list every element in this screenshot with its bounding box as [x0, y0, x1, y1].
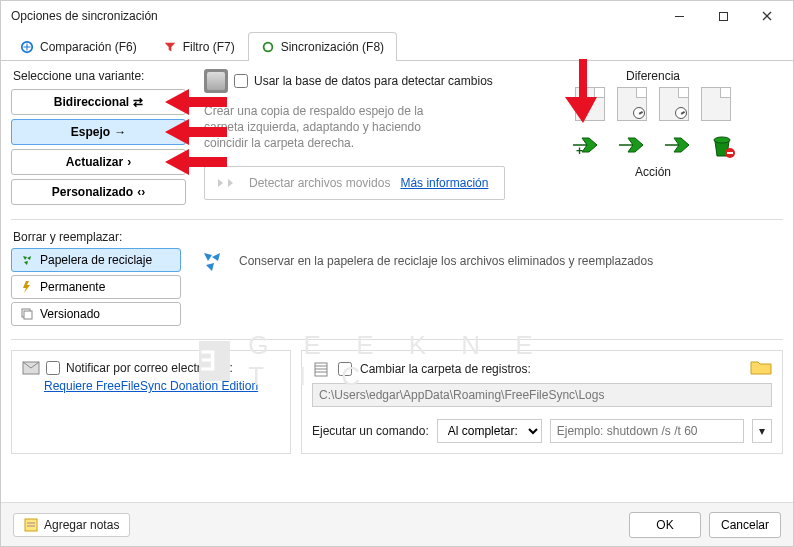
cancel-button[interactable]: Cancelar	[709, 512, 781, 538]
recycle-description: Conservar en la papelera de reciclaje lo…	[239, 254, 653, 268]
delete-label: Borrar y reemplazar:	[13, 230, 181, 244]
tab-sync-label: Sincronización (F8)	[281, 40, 384, 54]
stack-icon	[20, 307, 34, 321]
detect-more-info-link[interactable]: Más información	[400, 176, 488, 190]
action-create-right[interactable]: +	[566, 129, 602, 161]
sync-icon	[261, 40, 275, 54]
titlebar: Opciones de sincronización	[1, 1, 793, 31]
log-path-input[interactable]	[312, 383, 772, 407]
folder-browse-icon[interactable]	[750, 358, 772, 376]
recycle-icon	[20, 253, 34, 267]
maximize-button[interactable]	[701, 2, 745, 30]
detect-arrows-icon	[215, 175, 239, 191]
delete-versioned-button[interactable]: Versionado	[11, 302, 181, 326]
svg-point-7	[714, 137, 730, 143]
difference-icons	[523, 87, 783, 121]
page-left-only-icon	[575, 87, 605, 121]
page-right-only-icon	[701, 87, 731, 121]
email-notify-label: Notificar por correo electrónico:	[66, 361, 233, 375]
use-database-checkbox[interactable]	[234, 74, 248, 88]
change-log-folder-label: Cambiar la carpeta de registros:	[360, 362, 531, 376]
exec-label: Ejecutar un comando:	[312, 424, 429, 438]
svg-point-5	[263, 43, 272, 52]
chevron-right-icon: ›	[127, 155, 131, 169]
delete-recycle-button[interactable]: Papelera de reciclaje	[11, 248, 181, 272]
ok-button[interactable]: OK	[629, 512, 701, 538]
minimize-button[interactable]	[657, 2, 701, 30]
use-database-label: Usar la base de datos para detectar camb…	[254, 74, 493, 88]
delete-permanent-button[interactable]: Permanente	[11, 275, 181, 299]
action-update-right-newer[interactable]	[612, 129, 648, 161]
variant-custom[interactable]: Personalizado ‹›	[11, 179, 186, 205]
tab-sync[interactable]: Sincronización (F8)	[248, 32, 397, 61]
detect-moved-row: Detectar archivos movidos Más informació…	[204, 166, 505, 200]
window-title: Opciones de sincronización	[11, 9, 158, 23]
close-button[interactable]	[745, 2, 789, 30]
page-right-newer-icon	[659, 87, 689, 121]
flash-icon	[20, 280, 34, 294]
bidir-icon: ⇄	[133, 95, 143, 109]
svg-text:+: +	[576, 144, 583, 158]
tab-filter-label: Filtro (F7)	[183, 40, 235, 54]
code-icon: ‹›	[137, 185, 145, 199]
arrow-right-icon: →	[114, 125, 126, 139]
email-donation-link[interactable]: Requiere FreeFileSync Donation Edition	[44, 379, 258, 393]
email-notify-checkbox[interactable]	[46, 361, 60, 375]
variant-description: Crear una copia de respaldo espejo de la…	[204, 103, 434, 152]
svg-rect-11	[24, 311, 32, 319]
log-icon	[312, 361, 330, 377]
filter-icon	[163, 40, 177, 54]
tab-compare[interactable]: Comparación (F6)	[7, 32, 150, 61]
database-icon	[204, 69, 228, 93]
svg-rect-1	[719, 12, 727, 20]
action-delete-right[interactable]	[704, 129, 740, 161]
action-label: Acción	[523, 165, 783, 179]
difference-label: Diferencia	[523, 69, 783, 83]
svg-rect-17	[25, 519, 37, 531]
exec-when-select[interactable]: Al completar:	[437, 419, 542, 443]
tab-bar: Comparación (F6) Filtro (F7) Sincronizac…	[1, 31, 793, 61]
page-left-newer-icon	[617, 87, 647, 121]
detect-moved-label: Detectar archivos movidos	[249, 176, 390, 190]
change-log-folder-checkbox[interactable]	[338, 362, 352, 376]
variant-bidirectional[interactable]: Bidireccional ⇄	[11, 89, 186, 115]
email-icon	[22, 361, 40, 375]
tab-compare-label: Comparación (F6)	[40, 40, 137, 54]
exec-command-input[interactable]	[550, 419, 744, 443]
add-notes-button[interactable]: Agregar notas	[13, 513, 130, 537]
compare-icon	[20, 40, 34, 54]
tab-filter[interactable]: Filtro (F7)	[150, 32, 248, 61]
variant-mirror[interactable]: Espejo →	[11, 119, 186, 145]
variant-label: Seleccione una variante:	[13, 69, 186, 83]
svg-rect-9	[727, 152, 733, 154]
exec-dropdown-icon[interactable]: ▾	[752, 419, 772, 443]
action-update-right-older[interactable]	[658, 129, 694, 161]
recycle-bin-icon	[199, 248, 225, 274]
notes-icon	[24, 518, 38, 532]
variant-update[interactable]: Actualizar ›	[11, 149, 186, 175]
